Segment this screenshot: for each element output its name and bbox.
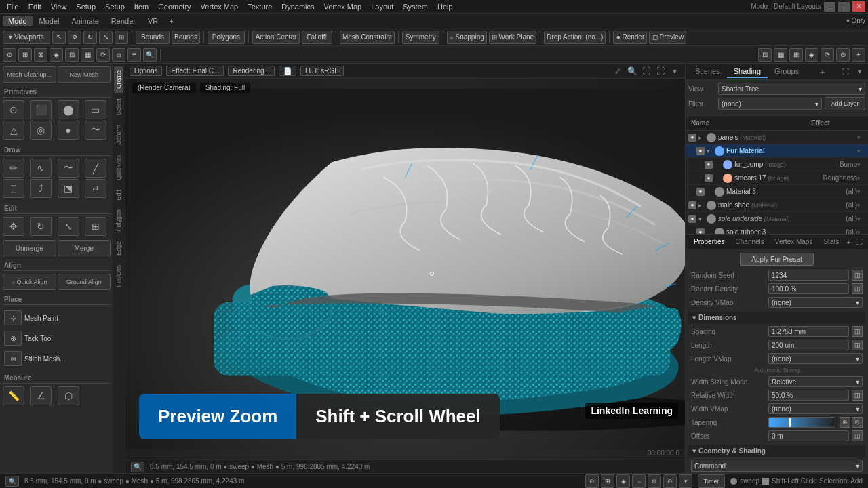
menu-item-vertex-map[interactable]: Vertex Map <box>197 1 243 12</box>
tool-search-btn[interactable]: 🔍 <box>143 48 157 62</box>
tool-preset-2[interactable]: ⊞ <box>18 48 32 62</box>
right-toolbar-5[interactable]: ⟳ <box>821 48 834 62</box>
menu-item-layout[interactable]: Layout <box>367 1 397 12</box>
render-density-value[interactable]: 100.0 % <box>768 283 849 294</box>
vp-zoom-icon[interactable]: 🔍 <box>626 65 638 77</box>
right-toolbar-7[interactable]: + <box>852 48 865 62</box>
relative-width-value[interactable]: 50.0 % <box>768 390 849 401</box>
pt-tab-vmaps[interactable]: Vertex Maps <box>770 237 818 247</box>
apply-fur-preset-btn[interactable]: Apply Fur Preset <box>740 253 813 266</box>
menu-item-edit[interactable]: Edit <box>24 1 45 12</box>
right-toolbar-2[interactable]: ▦ <box>774 48 787 62</box>
width-mode-dropdown[interactable]: Relative ▾ <box>768 376 863 387</box>
vis-icon[interactable]: ● <box>696 147 705 155</box>
offset-value[interactable]: 0 m <box>768 430 849 441</box>
vtab-edit[interactable]: Edit <box>114 186 123 205</box>
shader-main-shoe[interactable]: ● ▸ main shoe (Material) (all) ▾ <box>686 199 868 212</box>
rotate-icon[interactable]: ↻ <box>83 30 97 44</box>
prim-torus[interactable]: ◎ <box>30 121 52 140</box>
vertices-btn[interactable]: Bounds <box>136 30 170 44</box>
vis-icon[interactable]: ● <box>696 228 705 235</box>
merge-btn[interactable]: Merge <box>58 240 111 256</box>
rt-menu-icon[interactable]: ▾ <box>853 66 865 78</box>
vp-options-btn[interactable]: Options <box>130 66 162 76</box>
vtab-create[interactable]: Create <box>114 66 123 93</box>
expand-icon[interactable]: ▾ <box>698 216 707 222</box>
rt-tab-groups[interactable]: Groups <box>768 66 806 78</box>
menu-item-help[interactable]: Help <box>433 1 457 12</box>
tool-preset-5[interactable]: ⊡ <box>65 48 79 62</box>
tool-preset-8[interactable]: ⧈ <box>112 48 125 62</box>
relative-width-slider[interactable]: ◫ <box>852 390 863 401</box>
window-max-btn[interactable]: □ <box>838 2 850 12</box>
move-icon[interactable]: ✥ <box>68 30 81 44</box>
shader-sole-underside[interactable]: ● ▾ sole underside (Material) (all) ▾ <box>686 212 868 226</box>
prim-plane[interactable]: ▭ <box>85 100 106 119</box>
pt-expand-icon[interactable]: ⛶ <box>853 236 865 248</box>
measure-ruler[interactable]: 📏 <box>3 386 24 405</box>
menu-item-item[interactable]: Setup <box>101 1 129 12</box>
menu-item-file[interactable]: File <box>3 1 23 12</box>
ground-align-btn[interactable]: Ground Align <box>58 274 111 290</box>
filter-dropdown[interactable]: (none) ▾ <box>718 98 822 110</box>
view-dropdown[interactable]: Shader Tree ▾ <box>718 83 865 95</box>
tapering-slider[interactable] <box>768 417 835 428</box>
tab-vr[interactable]: VR <box>142 16 163 26</box>
expand-icon[interactable]: ▾ <box>707 148 715 155</box>
right-toolbar-3[interactable]: ⊞ <box>789 48 803 62</box>
rt-expand-icon[interactable]: ⛶ <box>840 66 852 78</box>
tab-animate[interactable]: Animate <box>66 16 104 26</box>
vtab-edge[interactable]: Edge <box>114 237 123 260</box>
prim-cone[interactable]: △ <box>3 121 24 140</box>
tool-preset-9[interactable]: ≡ <box>127 48 141 62</box>
expand-icon[interactable]: ▸ <box>698 134 707 141</box>
draw-bevel[interactable]: ⬔ <box>58 179 79 198</box>
vis-icon[interactable]: ● <box>688 134 696 142</box>
shader-smears[interactable]: ● smears 17 (Image) Roughness ▾ <box>686 171 868 185</box>
snapping-btn[interactable]: ⬦ Snapping <box>447 30 487 44</box>
random-seed-slider[interactable]: ◫ <box>852 270 863 281</box>
tab-model[interactable]: Model <box>34 16 65 26</box>
status-icon-6[interactable]: ⊙ <box>663 474 677 488</box>
spacing-value[interactable]: 1.2753 mm <box>768 326 849 337</box>
viewports-dropdown[interactable]: ▾ Viewports <box>3 30 50 44</box>
density-vmap-dropdown[interactable]: (none) ▾ <box>768 297 863 308</box>
spacing-slider[interactable]: ◫ <box>852 326 863 337</box>
vp-expand-icon[interactable]: ⛶ <box>640 65 652 77</box>
pt-tab-properties[interactable]: Properties <box>688 237 730 247</box>
status-icon-3[interactable]: ◈ <box>616 474 630 488</box>
vtab-fur[interactable]: Fur/Con <box>114 261 123 291</box>
tab-add-btn[interactable]: + <box>165 16 177 26</box>
vis-icon[interactable]: ● <box>688 201 696 209</box>
command-dropdown[interactable]: Command ▾ <box>691 460 863 472</box>
shader-panels[interactable]: ● ▸ panels (Material) ▾ <box>686 131 868 144</box>
shader-fur-bump[interactable]: ● fur_bump (Image) Bump ▾ <box>686 158 868 171</box>
draw-pen[interactable]: ✏ <box>3 159 24 178</box>
vp-fullscreen-icon[interactable]: ⛶ <box>654 65 667 77</box>
add-layer-btn[interactable]: Add Layer <box>825 97 865 110</box>
mesh-cleanup-btn[interactable]: Mesh Cleanup... <box>3 66 56 83</box>
menu-item-view[interactable]: View <box>47 1 71 12</box>
offset-slider[interactable]: ◫ <box>852 430 863 441</box>
quick-align-btn[interactable]: ⬦ Quick Align <box>3 274 56 290</box>
rt-tab-plus[interactable]: + <box>816 66 829 77</box>
right-toolbar-4[interactable]: ◈ <box>805 48 818 62</box>
dimensions-section[interactable]: ▾ Dimensions <box>688 312 865 323</box>
length-slider[interactable]: ◫ <box>852 340 863 350</box>
random-seed-value[interactable]: 1234 <box>768 270 849 281</box>
tool-preset-4[interactable]: ◈ <box>50 48 63 62</box>
prim-sphere[interactable]: ⊙ <box>3 100 24 119</box>
shader-fur-material[interactable]: ● ▾ Fur Material ▾ <box>686 144 868 158</box>
menu-item-render[interactable]: Vertex Map <box>320 1 366 12</box>
mesh-paint-btn[interactable]: ⊹ Mesh Paint <box>3 309 111 327</box>
zoom-icon[interactable]: 🔍 <box>131 462 144 472</box>
vp-rendering-btn[interactable]: Rendering... <box>228 66 274 76</box>
status-icon-5[interactable]: ⊛ <box>648 474 661 488</box>
transform-icon[interactable]: ⊞ <box>115 30 128 44</box>
render-btn[interactable]: ● Render <box>613 30 647 44</box>
vtab-select[interactable]: Select <box>114 94 123 119</box>
tapering-icon-2[interactable]: ⊙ <box>852 417 863 428</box>
symmetry-btn[interactable]: Symmetry <box>402 30 439 44</box>
measure-box[interactable]: ⬡ <box>58 386 79 405</box>
vp-menu-icon[interactable]: ▾ <box>669 65 681 77</box>
